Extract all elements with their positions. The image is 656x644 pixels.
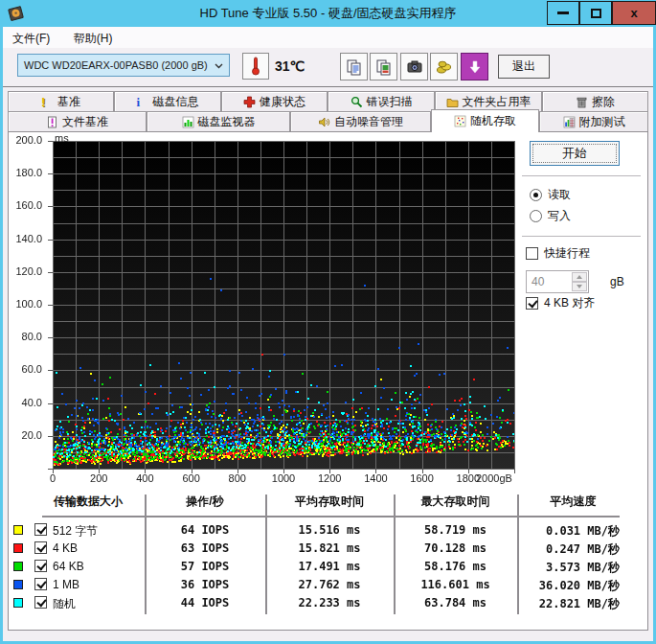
short-stroke-value: 40 — [532, 275, 544, 288]
tab-disk-monitor[interactable]: 磁盘监视器 — [147, 111, 290, 131]
tab-random-access[interactable]: 随机存取 — [431, 109, 539, 132]
x-tick-label: 0 — [50, 472, 56, 484]
tab-row-2: 文件基准 磁盘监视器 自动噪音管理 随机存取 附加测试 — [8, 111, 648, 131]
tab-aam[interactable]: 自动噪音管理 — [290, 111, 431, 131]
tab-error-scan[interactable]: 错误扫描 — [328, 91, 435, 111]
y-axis-unit: ms — [55, 132, 69, 144]
align-row[interactable]: 4 KB 对齐 — [526, 295, 595, 311]
tab-label: 错误扫描 — [367, 94, 413, 110]
short-stroke-checkbox[interactable] — [526, 247, 538, 260]
series-checkbox[interactable] — [34, 541, 47, 554]
screenshot-button[interactable] — [400, 53, 428, 80]
start-button[interactable]: 开始 — [530, 141, 620, 166]
col-header-transfer-size: 传输数据大小 — [32, 494, 145, 509]
tab-label: 文件基准 — [62, 114, 108, 130]
short-stroke-row[interactable]: 快捷行程 — [526, 245, 590, 262]
avg-speed-value: 0.031 MB/秒 — [517, 523, 620, 540]
spinner-up-button[interactable] — [572, 272, 587, 282]
read-radio-row[interactable]: 读取 — [530, 187, 571, 203]
write-radio[interactable] — [530, 210, 542, 222]
update-button[interactable] — [461, 53, 488, 80]
series-checkbox[interactable] — [34, 523, 47, 536]
y-tick-label: 140.0 — [10, 233, 42, 244]
tab-extra-tests[interactable]: 附加测试 — [539, 111, 648, 131]
table-row-64kb: 64 KB 57 IOPS 17.491 ms 58.176 ms 3.573 … — [9, 559, 641, 577]
maximize-button[interactable] — [579, 1, 612, 25]
temperature-value: 31℃ — [275, 58, 305, 74]
avg-access-value: 15.516 ms — [265, 523, 394, 537]
short-stroke-label: 快捷行程 — [544, 245, 590, 262]
drive-select[interactable]: WDC WD20EARX-00PASB0 (2000 gB) — [17, 54, 230, 77]
info-icon: i — [137, 96, 149, 108]
tab-health[interactable]: 健康状态 — [221, 91, 328, 111]
max-access-value: 58.176 ms — [394, 560, 517, 573]
menu-file[interactable]: 文件(F) — [3, 27, 59, 47]
avg-speed-value: 22.821 MB/秒 — [517, 596, 620, 612]
random-access-panel: ms 200.0180.0160.0140.0120.0100.080.060.… — [8, 131, 648, 631]
ops-value: 57 IOPS — [145, 560, 265, 573]
health-cross-icon — [243, 96, 256, 108]
random-access-icon — [454, 115, 466, 127]
avg-speed-value: 0.247 MB/秒 — [517, 541, 620, 558]
temperature-button[interactable] — [242, 53, 269, 80]
coins-icon — [436, 58, 453, 76]
separator — [522, 236, 641, 237]
series-checkbox[interactable] — [34, 596, 47, 609]
tab-file-benchmark[interactable]: 文件基准 — [8, 111, 147, 131]
thermometer-icon — [250, 57, 261, 76]
table-row-512b: 512 字节 64 IOPS 15.516 ms 58.719 ms 0.031… — [9, 522, 641, 540]
header-underline — [42, 516, 620, 518]
max-access-value: 63.784 ms — [394, 596, 517, 610]
series-checkbox[interactable] — [34, 578, 47, 590]
exit-button[interactable]: 退出 — [498, 55, 550, 79]
align-4kb-checkbox[interactable] — [526, 297, 538, 310]
col-header-avg: 平均存取时间 — [265, 494, 394, 509]
coins-button[interactable] — [430, 53, 458, 80]
tab-row-1: ! 基准 i 磁盘信息 健康状态 错误扫描 文件夹占用率 擦除 — [8, 91, 648, 111]
spinner-down-button[interactable] — [572, 282, 587, 291]
series-checkbox[interactable] — [34, 560, 47, 572]
tab-label: 擦除 — [592, 94, 615, 110]
x-tick-label: 1600 — [410, 472, 433, 484]
write-label: 写入 — [548, 208, 571, 224]
copy-image-button[interactable] — [370, 53, 397, 80]
extra-tests-icon — [563, 116, 576, 128]
max-access-value: 70.128 ms — [394, 541, 517, 555]
avg-access-value: 22.233 ms — [265, 596, 394, 610]
tab-label: 磁盘信息 — [153, 94, 199, 110]
minimize-button[interactable] — [547, 1, 579, 25]
toolbar-separator — [3, 86, 653, 87]
y-tick-label: 160.0 — [10, 199, 42, 211]
write-radio-row[interactable]: 写入 — [530, 208, 571, 224]
tab-label: 基准 — [57, 94, 80, 110]
series-color-chip — [13, 543, 23, 553]
menu-help[interactable]: 帮助(H) — [64, 27, 123, 47]
y-tick-label: 120.0 — [10, 265, 42, 277]
copy-text-button[interactable] — [340, 53, 368, 80]
max-access-value: 116.601 ms — [394, 578, 517, 591]
up-arrow-icon — [577, 275, 582, 279]
tab-folder-usage[interactable]: 文件夹占用率 — [435, 91, 542, 111]
speaker-icon — [318, 116, 330, 128]
col-header-speed: 平均速度 — [517, 494, 629, 509]
magnifier-icon — [351, 96, 363, 108]
x-tick-label: 1000 — [272, 472, 295, 484]
y-tick-label: 200.0 — [10, 134, 42, 146]
tab-label: 磁盘监视器 — [198, 114, 256, 130]
series-color-chip — [13, 562, 23, 571]
client-area: 文件(F) 帮助(H) WDC WD20EARX-00PASB0 (2000 g… — [3, 27, 653, 641]
y-tick-label: 180.0 — [10, 167, 42, 178]
read-radio[interactable] — [530, 189, 542, 201]
tab-erase[interactable]: 擦除 — [542, 91, 648, 111]
table-row-4kb: 4 KB 63 IOPS 15.821 ms 70.128 ms 0.247 M… — [9, 540, 641, 559]
avg-access-value: 17.491 ms — [265, 560, 394, 573]
title-bar: HD Tune 专业版 5.50 - 硬盘/固态硬盘实用程序 x — [0, 0, 656, 27]
series-label: 1 MB — [53, 578, 79, 591]
tab-benchmark[interactable]: ! 基准 — [8, 91, 114, 111]
close-button[interactable]: x — [612, 1, 656, 25]
series-label: 随机 — [53, 596, 76, 612]
x-tick-label: 1200 — [318, 472, 341, 484]
minimize-icon — [557, 12, 569, 14]
short-stroke-spinner[interactable]: 40 — [526, 270, 589, 293]
tab-disk-info[interactable]: i 磁盘信息 — [114, 91, 221, 111]
